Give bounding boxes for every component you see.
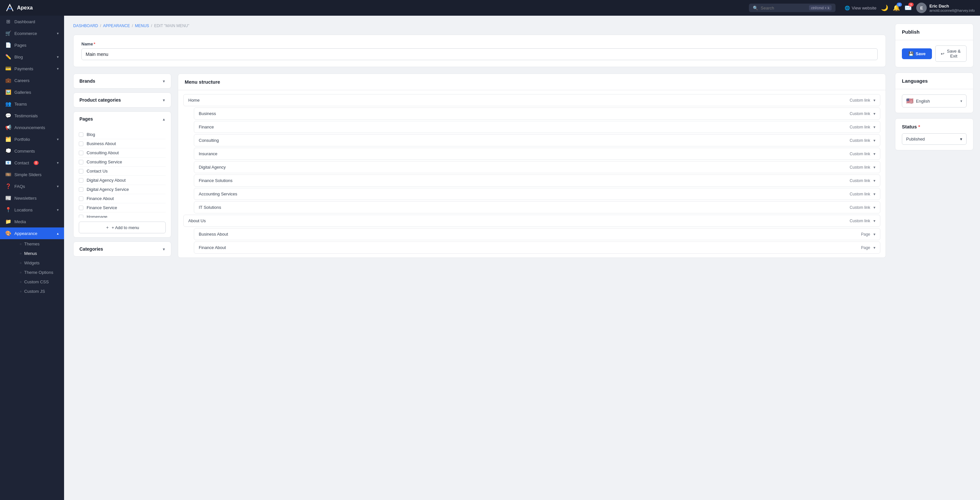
sidebar-item-comments[interactable]: 💭 Comments (0, 145, 64, 157)
languages-card: Languages 🇺🇸 English ▾ (895, 73, 974, 113)
menu-item-business-about[interactable]: Business About Page ▾ (194, 228, 880, 240)
menu-item-consulting[interactable]: Consulting Custom link ▾ (194, 134, 880, 146)
exit-icon: ↩ (941, 51, 944, 56)
search-input[interactable] (760, 6, 807, 11)
menu-item-right: Custom link ▾ (850, 138, 875, 143)
topnav-actions: 🌐 View website 🌙 🔔 0 ✉️ 8 E Eric Dach ar… (845, 3, 975, 13)
menu-item-finance-solutions[interactable]: Finance Solutions Custom link ▾ (194, 175, 880, 187)
sidebar-item-testimonials[interactable]: 💬 Testimonials (0, 110, 64, 122)
menu-item-label: IT Solutions (199, 205, 221, 210)
menu-item-type: Custom link (850, 219, 870, 223)
view-website-button[interactable]: 🌐 View website (845, 6, 877, 11)
sidebar-sub-theme-options[interactable]: Theme Options (14, 268, 64, 277)
status-card: Status * Published ▾ (895, 118, 974, 150)
sidebar-sub-themes[interactable]: Themes (14, 239, 64, 249)
sidebar-item-galleries[interactable]: 🖼️ Galleries (0, 86, 64, 98)
menu-item-type: Custom link (850, 152, 870, 156)
sidebar-item-simple-sliders[interactable]: 🎞️ Simple Sliders (0, 168, 64, 180)
sidebar-item-locations[interactable]: 📍 Locations ▾ (0, 204, 64, 216)
menu-item-business[interactable]: Business Custom link ▾ (194, 108, 880, 120)
menu-item-about-us[interactable]: About Us Custom link ▾ (183, 215, 880, 227)
sidebar-sub-custom-js[interactable]: Custom JS (14, 287, 64, 296)
product-categories-section: Product categories ▾ (73, 92, 171, 108)
page-checkbox-consulting-service[interactable] (79, 160, 83, 164)
breadcrumb-menus[interactable]: MENUS (135, 24, 149, 28)
right-panel: Publish 💾 Save ↩ Save & Exit Languages 🇺… (895, 16, 980, 500)
sidebar-item-contact[interactable]: 📧 Contact 8 ▾ (0, 157, 64, 168)
brands-header[interactable]: Brands ▾ (73, 74, 171, 88)
notifications-button[interactable]: 🔔 0 (893, 4, 900, 11)
sidebar-item-careers[interactable]: 💼 Careers (0, 75, 64, 86)
logo[interactable]: Apexa (5, 3, 33, 13)
list-item: Consulting Service (79, 157, 166, 167)
sidebar-sub-widgets[interactable]: Widgets (14, 258, 64, 268)
product-categories-header[interactable]: Product categories ▾ (73, 93, 171, 107)
ecommerce-icon: 🛒 (5, 30, 11, 36)
menu-item-label: Business About (199, 232, 228, 237)
page-checkbox-contact-us[interactable] (79, 169, 83, 173)
appearance-icon: 🎨 (5, 230, 11, 236)
sidebar-sub-custom-css[interactable]: Custom CSS (14, 277, 64, 287)
testimonials-icon: 💬 (5, 113, 11, 119)
breadcrumb-sep2: / (132, 24, 133, 28)
globe-icon: 🌐 (845, 6, 850, 11)
sidebar-item-pages[interactable]: 📄 Pages (0, 39, 64, 51)
search-bar[interactable]: 🔍 ctrl/cmd + k (749, 3, 835, 12)
topnav: Apexa 🔍 ctrl/cmd + k 🌐 View website 🌙 🔔 … (0, 0, 980, 16)
menu-item-label: Home (188, 98, 200, 103)
breadcrumb-sep: / (100, 24, 101, 28)
publish-card: Publish 💾 Save ↩ Save & Exit (895, 24, 974, 67)
menu-structure-card: Menu structure Home Custom link ▾ (178, 73, 886, 258)
chevron-down-icon: ▾ (873, 205, 875, 210)
media-icon: 📁 (5, 219, 11, 224)
sidebar-item-newsletters[interactable]: 📰 Newsletters (0, 192, 64, 204)
messages-button[interactable]: ✉️ 8 (905, 4, 912, 11)
page-checkbox-finance-about[interactable] (79, 197, 83, 201)
chevron-down-icon: ▾ (873, 152, 875, 156)
language-select[interactable]: 🇺🇸 English ▾ (902, 94, 967, 108)
page-checkbox-homepage[interactable] (79, 215, 83, 218)
sidebar-sub-menus[interactable]: Menus (14, 249, 64, 258)
status-select[interactable]: Published ▾ (902, 133, 967, 145)
menu-item-digital-agency[interactable]: Digital Agency Custom link ▾ (194, 161, 880, 173)
sidebar-item-appearance[interactable]: 🎨 Appearance ▴ (0, 227, 64, 239)
page-checkbox-digital-agency-service[interactable] (79, 187, 83, 192)
pages-header[interactable]: Pages ▴ (73, 112, 171, 126)
sidebar-item-portfolio[interactable]: 🗂️ Portfolio ▾ (0, 133, 64, 145)
breadcrumb-appearance[interactable]: APPEARANCE (103, 24, 130, 28)
sidebar-item-blog[interactable]: ✏️ Blog ▾ (0, 51, 64, 63)
brands-section: Brands ▾ (73, 73, 171, 89)
menu-item-insurance[interactable]: Insurance Custom link ▾ (194, 148, 880, 160)
name-input[interactable] (81, 48, 878, 60)
page-checkbox-digital-agency-about[interactable] (79, 178, 83, 183)
menu-item-right: Page ▾ (861, 245, 875, 250)
sidebar-item-teams[interactable]: 👥 Teams (0, 98, 64, 110)
menu-item-finance-about[interactable]: Finance About Page ▾ (194, 241, 880, 254)
menu-item-it-solutions[interactable]: IT Solutions Custom link ▾ (194, 201, 880, 213)
save-button[interactable]: 💾 Save (902, 48, 932, 59)
sidebar-item-announcements[interactable]: 📢 Announcements (0, 122, 64, 133)
sidebar-item-dashboard[interactable]: ⊞ Dashboard (0, 16, 64, 27)
sidebar-item-ecommerce[interactable]: 🛒 Ecommerce ▾ (0, 27, 64, 39)
sidebar-item-faqs[interactable]: ❓ FAQs ▾ (0, 180, 64, 192)
breadcrumb-dashboard[interactable]: DASHBOARD (73, 24, 98, 28)
menu-item-home[interactable]: Home Custom link ▾ (183, 94, 880, 106)
avatar: E (916, 3, 927, 13)
menu-item-right: Custom link ▾ (850, 152, 875, 156)
page-checkbox-finance-service[interactable] (79, 206, 83, 210)
sidebar-item-payments[interactable]: 💳 Payments ▾ (0, 63, 64, 75)
page-checkbox-business-about[interactable] (79, 141, 83, 146)
sidebar-item-media[interactable]: 📁 Media (0, 216, 64, 227)
menu-item-finance[interactable]: Finance Custom link ▾ (194, 121, 880, 133)
add-to-menu-button[interactable]: ＋ + Add to menu (79, 222, 166, 233)
page-checkbox-consulting-about[interactable] (79, 151, 83, 155)
dark-mode-button[interactable]: 🌙 (881, 4, 888, 11)
categories-header[interactable]: Categories ▾ (73, 242, 171, 256)
search-icon: 🔍 (753, 6, 758, 11)
save-exit-button[interactable]: ↩ Save & Exit (935, 45, 967, 62)
status-body: Published ▾ (895, 129, 973, 150)
page-checkbox-blog[interactable] (79, 132, 83, 137)
menu-item-type: Custom link (850, 125, 870, 129)
publish-title: Publish (895, 24, 973, 40)
menu-item-accounting-services[interactable]: Accounting Services Custom link ▾ (194, 188, 880, 200)
